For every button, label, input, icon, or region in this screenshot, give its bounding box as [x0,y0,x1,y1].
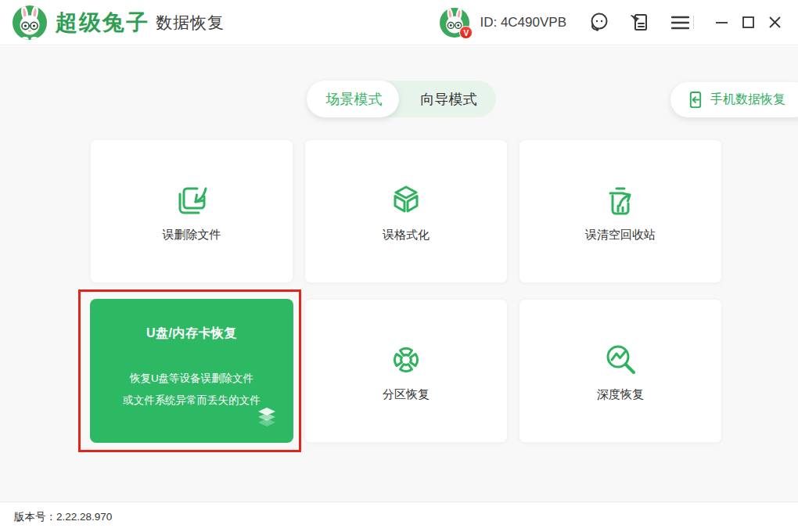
layers-stack-icon [252,406,282,434]
close-button[interactable] [763,11,786,34]
footer: 版本号：2.22.28.970 [0,501,798,532]
mode-tab-group: 场景模式 向导模式 [307,81,496,117]
menu-icon[interactable] [668,11,692,34]
deep-scan-icon [519,341,721,379]
card-description: 恢复U盘等设备误删除文件 或文件系统异常而丢失的文件 [90,368,293,412]
card-label: 误删除文件 [91,228,293,243]
card-label: 分区恢复 [305,387,507,402]
card-title: U盘/内存卡恢复 [90,325,293,342]
app-name: 超级兔子 [56,8,149,38]
format-cube-icon [305,182,507,219]
card-undelete-files[interactable]: 误删除文件 [90,139,293,283]
user-avatar[interactable]: V [440,8,469,38]
titlebar: 超级兔子 数据恢复 V ID: 4C490VPB [0,0,798,45]
version-text: 版本号：2.22.28.970 [14,510,112,524]
tab-wizard-mode[interactable]: 向导模式 [401,81,496,117]
card-partition-recovery[interactable]: 分区恢复 [304,299,508,443]
recycle-restore-icon [519,182,721,219]
phone-restore-icon [686,91,704,109]
card-recycle-bin-restore[interactable]: 误清空回收站 [519,139,722,283]
feedback-form-icon[interactable] [627,11,651,34]
vip-badge: V [459,26,473,39]
card-deep-recovery[interactable]: 深度恢复 [519,299,722,443]
card-usb-memory-card-recovery[interactable]: U盘/内存卡恢复 恢复U盘等设备误删除文件 或文件系统异常而丢失的文件 [90,299,293,443]
tab-scene-mode[interactable]: 场景模式 [307,81,401,117]
scene-card-grid: 误删除文件 误格式化 [90,139,722,443]
partition-icon [305,341,507,379]
card-label: 误清空回收站 [519,228,721,243]
main-area: 场景模式 向导模式 手机数据恢复 误删除文件 [0,46,798,501]
app-subtitle: 数据恢复 [156,12,225,34]
phone-button-label: 手机数据恢复 [710,92,785,108]
minimize-button[interactable] [710,11,733,34]
app-logo-rabbit-icon [13,5,47,40]
phone-data-recovery-button[interactable]: 手机数据恢复 [670,82,798,117]
user-id: ID: 4C490VPB [480,15,566,31]
card-unformat[interactable]: 误格式化 [304,139,508,283]
card-label: 深度恢复 [519,387,721,402]
card-description-line1: 恢复U盘等设备误删除文件 [90,368,293,390]
card-label: 误格式化 [305,228,507,243]
titlebar-divider [693,16,694,29]
maximize-button[interactable] [736,11,760,34]
customer-service-icon[interactable] [587,11,610,34]
file-restore-icon [91,182,293,219]
